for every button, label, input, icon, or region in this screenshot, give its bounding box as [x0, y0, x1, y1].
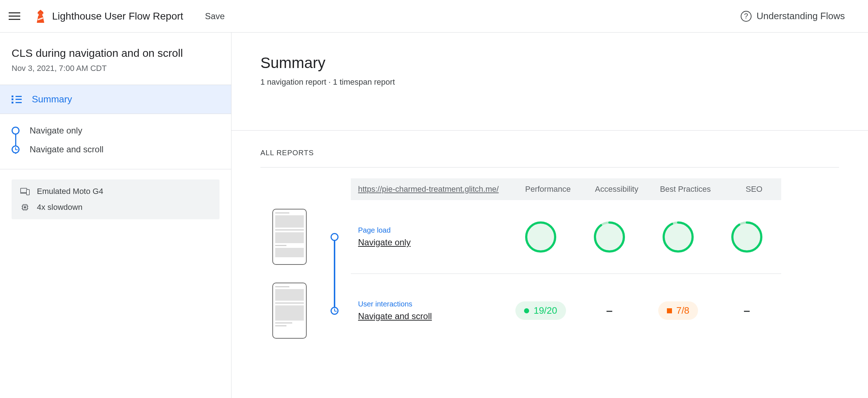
score-accessibility: – [575, 295, 644, 326]
cpu-icon [20, 203, 30, 211]
lighthouse-logo-icon [35, 10, 46, 23]
menu-icon[interactable] [9, 10, 20, 22]
step-name-link[interactable]: Navigate only [358, 237, 506, 247]
gauge-seo[interactable]: 91 [712, 212, 781, 262]
cpu-label: 4x slowdown [37, 203, 82, 212]
understanding-flows-link[interactable]: ? Understanding Flows [741, 10, 845, 22]
timespan-step-icon [331, 307, 339, 315]
step-label: Navigate only [30, 126, 82, 136]
svg-rect-2 [20, 193, 27, 194]
main-content: Summary 1 navigation report · 1 timespan… [231, 33, 868, 398]
all-reports-heading: ALL REPORTS [260, 149, 839, 157]
reports-table: https://pie-charmed-treatment.glitch.me/… [260, 178, 839, 347]
svg-rect-5 [24, 206, 26, 208]
summary-list-icon [12, 96, 22, 103]
app-title: Lighthouse User Flow Report [52, 10, 183, 22]
flow-title: CLS during navigation and on scroll [12, 47, 220, 59]
sidebar-steps: Navigate only Navigate and scroll [0, 114, 231, 169]
sidebar: CLS during navigation and on scroll Nov … [0, 33, 231, 398]
fraction-performance[interactable]: 19/20 [506, 293, 575, 329]
step-label: Navigate and scroll [30, 144, 103, 154]
report-url-link[interactable]: https://pie-charmed-treatment.glitch.me/ [358, 185, 514, 194]
col-accessibility: Accessibility [582, 185, 651, 194]
gauge-accessibility[interactable]: 90 [575, 212, 644, 262]
step-type-label: Page load [358, 226, 506, 234]
sidebar-settings: Emulated Moto G4 4x slowdown [12, 179, 220, 219]
table-header-row: https://pie-charmed-treatment.glitch.me/… [351, 178, 781, 200]
screenshot-thumbnail [272, 283, 307, 339]
step-type-label: User interactions [358, 300, 506, 308]
sidebar-header: CLS during navigation and on scroll Nov … [0, 33, 231, 85]
sidebar-step-navigate-only[interactable]: Navigate only [12, 121, 231, 140]
col-seo: SEO [720, 185, 788, 194]
screenshot-thumbnail [272, 209, 307, 265]
gauge-performance[interactable]: 100 [506, 212, 575, 262]
gauge-best-practices[interactable]: 93 [644, 212, 712, 262]
col-performance: Performance [514, 185, 582, 194]
navigation-step-icon [12, 127, 20, 135]
help-icon: ? [741, 11, 752, 22]
device-label: Emulated Moto G4 [37, 187, 103, 196]
page-title: Summary [260, 54, 839, 72]
timespan-step-icon [12, 145, 20, 153]
fraction-best-practices[interactable]: 7/8 [644, 293, 712, 329]
score-seo: – [712, 295, 781, 326]
cpu-setting: 4x slowdown [20, 203, 211, 212]
sidebar-step-navigate-and-scroll[interactable]: Navigate and scroll [12, 140, 231, 159]
col-best-practices: Best Practices [651, 185, 720, 194]
device-setting: Emulated Moto G4 [20, 187, 211, 196]
navigation-step-icon [331, 233, 339, 241]
device-icon [20, 187, 30, 195]
svg-rect-1 [21, 188, 27, 192]
topbar: Lighthouse User Flow Report Save ? Under… [0, 0, 868, 33]
sidebar-item-summary[interactable]: Summary [0, 85, 231, 114]
help-label: Understanding Flows [757, 10, 845, 22]
step-name-link[interactable]: Navigate and scroll [358, 311, 506, 321]
summary-label: Summary [32, 94, 72, 105]
svg-rect-0 [39, 14, 42, 16]
save-button[interactable]: Save [205, 11, 225, 21]
svg-rect-3 [26, 190, 29, 195]
flow-date: Nov 3, 2021, 7:00 AM CDT [12, 64, 220, 73]
page-subtitle: 1 navigation report · 1 timespan report [260, 77, 839, 87]
